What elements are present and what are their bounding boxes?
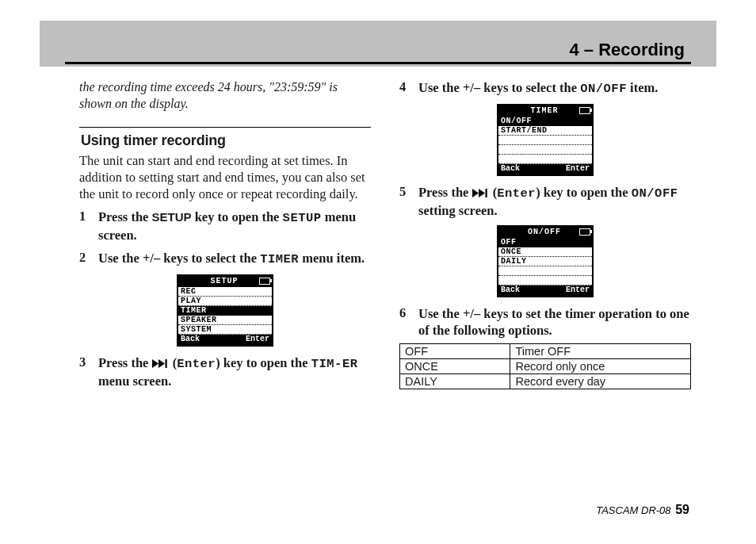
setup-lcd-label: SETUP	[283, 211, 322, 225]
carryover-note: the recording time exceeds 24 hours, "23…	[79, 79, 371, 113]
step-text: Press the SETUP key to open the SETUP me…	[98, 209, 371, 243]
option-cell: DAILY	[400, 374, 510, 389]
lcd-title: ON/OFF	[510, 228, 579, 236]
text: Press the	[418, 185, 472, 200]
battery-icon	[579, 228, 590, 236]
step-text: Use the +/– keys to set the timer operat…	[418, 305, 691, 339]
fast-forward-icon	[472, 189, 490, 197]
battery-icon	[259, 278, 270, 285]
table-row: OFF Timer OFF	[400, 343, 691, 358]
lcd-title: SETUP	[189, 278, 259, 285]
lcd-footer: Back Enter	[498, 164, 592, 174]
lcd-row: ONCE	[498, 247, 592, 257]
lcd-title: TIMER	[510, 107, 579, 115]
lcd-footer: Back Enter	[498, 285, 592, 296]
step-6: 6 Use the +/– keys to set the timer oper…	[399, 305, 691, 339]
lcd-row: SPEAKER	[178, 316, 272, 325]
screen-onoff-wrap: ON/OFF OFF ONCE DAILY . . Back Enter	[399, 225, 691, 297]
text: item.	[627, 80, 658, 95]
step-text: Use the +/– keys to select the ON/OFF it…	[418, 79, 691, 98]
lcd-row-blank: .	[498, 136, 592, 145]
enter-lcd-label: Enter	[497, 186, 536, 201]
chapter-title: 4 – Recording	[570, 40, 685, 60]
timer-lcd-label: TIM-ER	[311, 357, 358, 371]
lcd-row-blank: .	[498, 155, 592, 164]
intro-paragraph: The unit can start and end recording at …	[79, 152, 371, 202]
table-row: ONCE Record only once	[400, 358, 691, 374]
setup-key-label: SETUP	[152, 210, 192, 224]
table-row: DAILY Record every day	[400, 374, 691, 389]
svg-marker-4	[479, 189, 485, 197]
battery-icon	[579, 107, 590, 114]
screen-onoff: ON/OFF OFF ONCE DAILY . . Back Enter	[497, 225, 594, 297]
svg-rect-5	[485, 189, 487, 197]
svg-marker-0	[152, 359, 158, 368]
page: 4 – Recording the recording time exceeds…	[0, 0, 756, 544]
lcd-row: REC	[178, 287, 272, 297]
page-footer: TASCAM DR-08 59	[596, 503, 689, 517]
options-table: OFF Timer OFF ONCE Record only once DAIL…	[399, 343, 691, 389]
text: setting screen.	[418, 203, 498, 218]
timer-lcd-label: TIMER	[260, 252, 299, 266]
enter-lcd-label: Enter	[177, 357, 216, 371]
section-heading: Using timer recording	[81, 132, 371, 149]
svg-marker-1	[158, 359, 165, 368]
lcd-back-label: Back	[501, 286, 520, 295]
text: Use the +/– keys to select the	[98, 251, 260, 266]
lcd-row: DAILY	[498, 257, 592, 266]
text: Press the	[98, 355, 152, 370]
step-3: 3 Press the (Enter) key to open the TIM-…	[79, 354, 371, 389]
lcd-row-selected: ON/OFF	[498, 117, 592, 126]
step-number: 5	[399, 184, 407, 219]
lcd-row: PLAY	[178, 297, 272, 306]
lcd-title-bar: SETUP	[178, 276, 272, 287]
step-number: 3	[79, 354, 87, 389]
lcd-row-blank: .	[498, 276, 592, 285]
onoff-lcd-label: ON/OFF	[632, 186, 678, 201]
lcd-row-selected: TIMER	[178, 306, 272, 316]
text: Use the +/– keys to select the	[418, 80, 580, 95]
lcd-row-blank: .	[498, 145, 592, 155]
right-column: 4 Use the +/– keys to select the ON/OFF …	[399, 79, 691, 496]
lcd-body: OFF ONCE DAILY . .	[498, 238, 592, 285]
lcd-back-label: Back	[501, 165, 520, 174]
step-number: 2	[79, 250, 87, 268]
lcd-enter-label: Enter	[566, 286, 590, 295]
step-4: 4 Use the +/– keys to select the ON/OFF …	[399, 79, 691, 98]
desc-cell: Timer OFF	[510, 343, 691, 358]
onoff-lcd-label: ON/OFF	[580, 82, 627, 96]
lcd-title-bar: TIMER	[498, 105, 592, 117]
step-text: Press the (Enter) key to open the ON/OFF…	[418, 184, 691, 219]
lcd-body: ON/OFF START/END . . .	[498, 117, 592, 164]
text: ) key to open the	[536, 185, 632, 200]
step-text: Use the +/– keys to select the TIMER men…	[98, 250, 371, 268]
left-column: the recording time exceeds 24 hours, "23…	[79, 79, 371, 496]
svg-rect-2	[165, 359, 166, 368]
svg-marker-3	[472, 189, 479, 197]
lcd-row-blank: .	[498, 266, 592, 276]
option-cell: ONCE	[400, 358, 510, 374]
lcd-title-bar: ON/OFF	[498, 227, 592, 238]
screen-setup-wrap: SETUP REC PLAY TIMER SPEAKER SYSTEM Back…	[79, 274, 371, 347]
step-number: 6	[399, 305, 407, 339]
fast-forward-icon	[152, 359, 170, 368]
desc-cell: Record only once	[510, 358, 691, 374]
step-1: 1 Press the SETUP key to open the SETUP …	[79, 209, 371, 243]
lcd-row: SYSTEM	[178, 325, 272, 335]
desc-cell: Record every day	[510, 374, 691, 389]
step-number: 4	[399, 79, 407, 98]
lcd-footer: Back Enter	[178, 335, 272, 345]
text: key to open the	[192, 209, 283, 224]
text: menu item.	[299, 251, 365, 266]
text: Press the	[98, 209, 152, 224]
header-rule	[65, 62, 691, 64]
screen-setup: SETUP REC PLAY TIMER SPEAKER SYSTEM Back…	[177, 274, 273, 347]
text: ) key to open the	[216, 355, 311, 370]
lcd-back-label: Back	[181, 335, 200, 344]
option-cell: OFF	[400, 343, 510, 358]
step-2: 2 Use the +/– keys to select the TIMER m…	[79, 250, 371, 268]
step-text: Press the (Enter) key to open the TIM-ER…	[98, 354, 371, 389]
screen-timer-wrap: TIMER ON/OFF START/END . . . Back Enter	[399, 104, 691, 176]
lcd-enter-label: Enter	[566, 165, 590, 174]
page-number: 59	[675, 503, 689, 516]
